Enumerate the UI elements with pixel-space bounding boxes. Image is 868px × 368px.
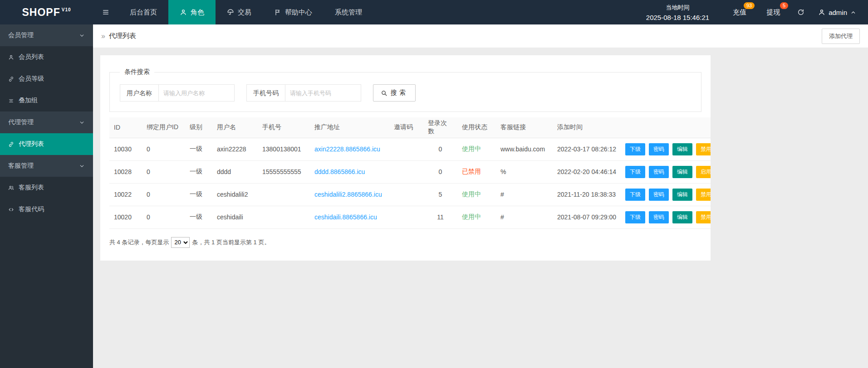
- cell-invite-code: [389, 183, 423, 206]
- pagination-suffix: 条，共 1 页当前显示第 1 页。: [192, 238, 270, 247]
- username: admin: [829, 9, 847, 16]
- search-icon: [381, 90, 387, 97]
- 下级-action-button[interactable]: 下级: [625, 143, 645, 155]
- agents-table-head: ID绑定用户ID级别用户名手机号推广地址邀请码登录次数使用状态客服链接添加时间: [109, 117, 711, 138]
- sidebar-item-label: 客服管理: [8, 162, 34, 170]
- promo-link[interactable]: dddd.8865866.icu: [314, 168, 365, 175]
- cell-username: axin22228: [212, 138, 258, 160]
- nav-item-2[interactable]: 交易: [216, 0, 263, 24]
- cell-phone: 15555555555: [258, 160, 310, 183]
- search-panel-legend: 条件搜索: [120, 68, 154, 76]
- top-nav: 后台首页角色交易帮助中心系统管理: [118, 0, 373, 24]
- breadcrumb-separator: »: [101, 32, 105, 40]
- 密码-action-button[interactable]: 密码: [649, 166, 669, 178]
- nav-item-3[interactable]: 帮助中心: [263, 0, 324, 24]
- cell-service-link: #: [496, 206, 553, 228]
- promo-link[interactable]: ceshidalili2.8865866.icu: [314, 191, 382, 198]
- 密码-action-button[interactable]: 密码: [649, 143, 669, 155]
- cell-id: 10022: [109, 183, 142, 206]
- cell-bind-user-id-value: 0: [147, 213, 150, 221]
- nav-item-4[interactable]: 系统管理: [324, 0, 373, 24]
- cell-bind-user-id: 0: [142, 138, 185, 160]
- promo-link[interactable]: axin22228.8865866.icu: [314, 145, 380, 153]
- page-title: 代理列表: [109, 32, 136, 40]
- 启用-action-button[interactable]: 启用: [696, 166, 711, 178]
- 禁用-action-button[interactable]: 禁用: [696, 143, 711, 155]
- cell-created-at: 2022-02-20 04:46:14: [553, 160, 621, 183]
- local-time-label: 当地时间: [646, 4, 709, 12]
- cell-promo-url: ceshidaili.8865866.icu: [310, 206, 389, 228]
- column-header-3: 用户名: [212, 117, 258, 138]
- user-menu[interactable]: admin: [812, 0, 868, 24]
- promo-link[interactable]: ceshidaili.8865866.icu: [314, 213, 377, 221]
- link-icon: [8, 76, 14, 82]
- stack-icon: [8, 98, 14, 104]
- sidebar-toggle-button[interactable]: [93, 0, 118, 24]
- nav-item-1[interactable]: 角色: [168, 0, 216, 24]
- menu-icon: [102, 9, 109, 16]
- cell-phone-value: 15555555555: [262, 168, 301, 175]
- sidebar-item-7[interactable]: 客服列表: [0, 177, 93, 199]
- cell-login-count-value: 11: [437, 213, 444, 221]
- sidebar-item-5[interactable]: 代理列表: [0, 133, 93, 155]
- column-header-8: 使用状态: [457, 117, 496, 138]
- cell-created-at-value: 2022-02-20 04:46:14: [557, 168, 616, 175]
- users-icon: [8, 185, 14, 191]
- cell-level: 一级: [185, 206, 212, 228]
- nav-item-0[interactable]: 后台首页: [118, 0, 168, 24]
- per-page-select[interactable]: 20: [171, 237, 190, 248]
- user-icon: [818, 9, 825, 16]
- search-button[interactable]: 搜索: [373, 84, 416, 102]
- cell-level-value: 一级: [190, 190, 202, 198]
- status-badge: 已禁用: [462, 168, 481, 175]
- cell-service-link: www.baidu.com: [496, 138, 553, 160]
- 编辑-action-button[interactable]: 编辑: [672, 211, 692, 223]
- 密码-action-button[interactable]: 密码: [649, 211, 669, 223]
- cell-username: ceshidalili2: [212, 183, 258, 206]
- nav-item-label: 帮助中心: [285, 8, 312, 17]
- column-header-6: 邀请码: [389, 117, 423, 138]
- user-icon: [180, 9, 187, 16]
- add-agent-button[interactable]: 添加代理: [822, 29, 860, 44]
- cell-created-at-value: 2021-11-20 18:38:33: [557, 191, 616, 198]
- withdraw-badge: 5: [780, 2, 788, 9]
- breadcrumb: » 代理列表 添加代理: [93, 24, 868, 48]
- 编辑-action-button[interactable]: 编辑: [672, 166, 692, 178]
- sidebar-item-label: 代理列表: [19, 140, 44, 148]
- 禁用-action-button[interactable]: 禁用: [696, 211, 711, 223]
- cell-level-value: 一级: [190, 168, 202, 175]
- agents-card: 条件搜索 用户名称 手机号码 搜索: [100, 55, 711, 261]
- sidebar-item-label: 叠加组: [19, 97, 38, 105]
- 下级-action-button[interactable]: 下级: [625, 189, 645, 201]
- cell-invite-code: [389, 138, 423, 160]
- column-header-7: 登录次数: [423, 117, 457, 138]
- 编辑-action-button[interactable]: 编辑: [672, 143, 692, 155]
- app-logo: SHOPF V10: [0, 0, 93, 24]
- 密码-action-button[interactable]: 密码: [649, 189, 669, 201]
- sidebar-item-8[interactable]: 客服代码: [0, 199, 93, 220]
- content-area: 条件搜索 用户名称 手机号码 搜索: [93, 48, 868, 368]
- recharge-button[interactable]: 充值 93: [723, 0, 756, 24]
- sidebar-item-4[interactable]: 代理管理: [0, 111, 93, 133]
- username-input[interactable]: [158, 84, 235, 102]
- phone-input[interactable]: [285, 84, 361, 102]
- sidebar-item-1[interactable]: 会员列表: [0, 46, 93, 68]
- column-header-1: 绑定用户ID: [142, 117, 185, 138]
- cell-level-value: 一级: [190, 145, 202, 152]
- 下级-action-button[interactable]: 下级: [625, 211, 645, 223]
- 下级-action-button[interactable]: 下级: [625, 166, 645, 178]
- refresh-button[interactable]: [790, 0, 812, 24]
- sidebar-item-0[interactable]: 会员管理: [0, 24, 93, 46]
- logo-text: SHOPF: [22, 6, 60, 19]
- sidebar-item-6[interactable]: 客服管理: [0, 155, 93, 177]
- cell-username-value: dddd: [217, 168, 231, 175]
- withdraw-button[interactable]: 提现 5: [756, 0, 790, 24]
- cell-bind-user-id-value: 0: [147, 168, 150, 175]
- cell-service-link-value: #: [500, 213, 504, 221]
- 禁用-action-button[interactable]: 禁用: [696, 189, 711, 201]
- agents-table: ID绑定用户ID级别用户名手机号推广地址邀请码登录次数使用状态客服链接添加时间 …: [109, 117, 711, 229]
- nav-item-label: 交易: [238, 8, 251, 17]
- sidebar-item-3[interactable]: 叠加组: [0, 90, 93, 111]
- sidebar-item-2[interactable]: 会员等级: [0, 68, 93, 90]
- 编辑-action-button[interactable]: 编辑: [672, 189, 692, 201]
